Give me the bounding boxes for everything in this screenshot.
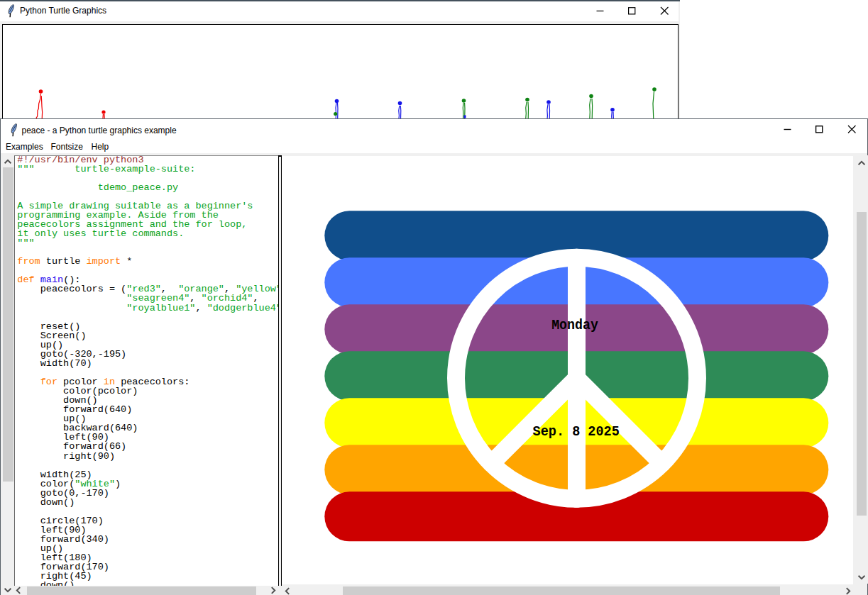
- svg-text:Monday: Monday: [551, 318, 598, 333]
- svg-text:Sep. 8 2025: Sep. 8 2025: [533, 425, 620, 440]
